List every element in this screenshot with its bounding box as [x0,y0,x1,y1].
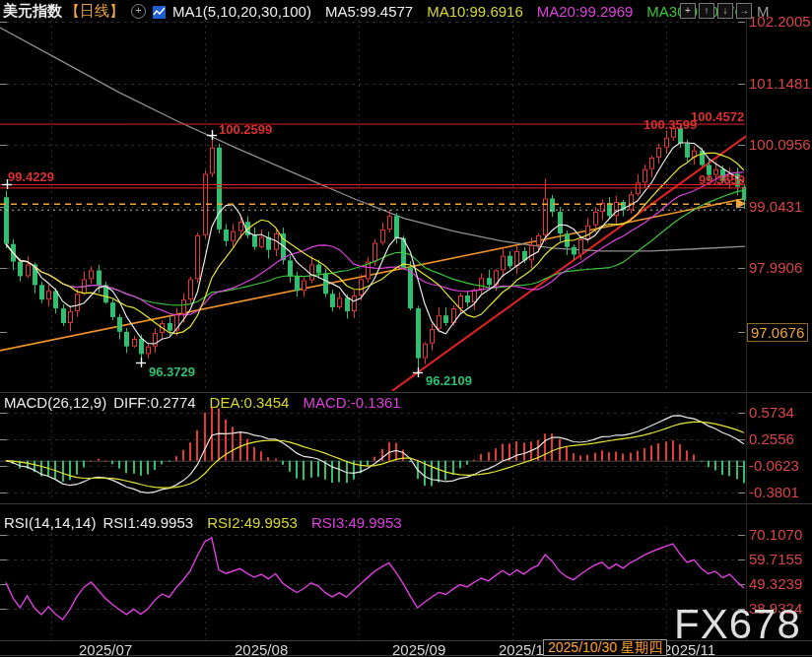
add-indicator-icon[interactable]: + [131,4,146,19]
watermark: FX678 [674,601,801,648]
price-axis-label: 97.0676 [747,323,808,342]
price-axis-label: 97.9906 [749,259,802,276]
ma10-value: MA10:99.6916 [427,3,523,20]
swing-point-label: 100.2599 [219,122,272,137]
candlestick-chart-icon[interactable] [153,5,166,18]
rsi2-value: RSI2:49.9953 [207,514,298,531]
ma5-value: MA5:99.4577 [325,3,413,20]
chart-header: 美元指数 【日线】 + MA1(5,10,20,30,100) MA5:99.4… [3,2,769,21]
chart-toolbar: + ↑ ↓ → [680,3,752,19]
date-axis-label: 2025/08 [235,641,288,657]
macd-diff-value: DIFF:0.2774 [113,394,195,411]
scale-up-icon[interactable]: ↑ [699,3,714,19]
rsi-axis-label: 59.7155 [749,551,802,567]
date-axis-label: 2025/1 [499,641,544,657]
crosshair-date-box: 2025/10/30 星期四 [543,639,667,656]
macd-axis-label: -0.0623 [749,457,799,474]
level-price-label: 100.3599 [643,117,697,132]
level-price-label: 100.4572 [691,109,744,124]
macd-header: MACD(26,12,9) DIFF:0.2774 DEA:0.3454 MAC… [4,394,401,411]
rsi1-value: RSI1:49.9953 [102,514,193,531]
date-axis-label: 2025/07 [79,641,132,657]
scale-down-icon[interactable]: ↓ [717,3,733,19]
minute-period-label[interactable]: M [757,3,770,20]
pan-right-icon[interactable]: → [736,3,752,19]
macd-axis-label: 0.2556 [749,430,794,447]
rsi-settings-label[interactable]: RSI(14,14,14) [4,514,96,531]
price-axis-label: 100.0956 [749,136,811,153]
symbol-title: 美元指数 [3,2,62,21]
macd-dea-value: DEA:0.3454 [210,394,290,411]
rsi-header: RSI(14,14,14) RSI1:49.9953 RSI2:49.9953 … [4,514,402,531]
macd-axis-label: 0.5734 [749,404,794,421]
chart-app: 美元指数 【日线】 + MA1(5,10,20,30,100) MA5:99.4… [0,0,812,657]
swing-point-label: 96.3729 [149,364,195,379]
macd-value: MACD:-0.1361 [303,394,400,411]
macd-axis-label: -0.3801 [749,484,799,500]
rsi-axis-label: 49.3239 [749,575,802,592]
crosshair-date-label: 2025/10/30 星期四 [548,639,662,655]
price-axis-label: 101.1481 [749,75,811,92]
chart-canvas[interactable] [0,0,812,657]
price-axis-label: 99.0431 [749,198,802,215]
ma-settings-label[interactable]: MA1(5,10,20,30,100) [172,3,311,20]
period-label[interactable]: 【日线】 [65,2,124,21]
level-price-label: 99.3659 [699,172,745,187]
rsi3-value: RSI3:49.9953 [311,514,402,531]
date-axis-label: 2025/09 [392,641,445,657]
ma20-value: MA20:99.2969 [537,3,634,20]
rsi-axis-label: 70.1070 [749,526,802,543]
swing-point-label: 96.2109 [426,373,472,388]
macd-settings-label[interactable]: MACD(26,12,9) [4,394,106,411]
crosshair-icon[interactable]: + [680,3,696,19]
level-price-label: 99.4229 [8,169,54,184]
